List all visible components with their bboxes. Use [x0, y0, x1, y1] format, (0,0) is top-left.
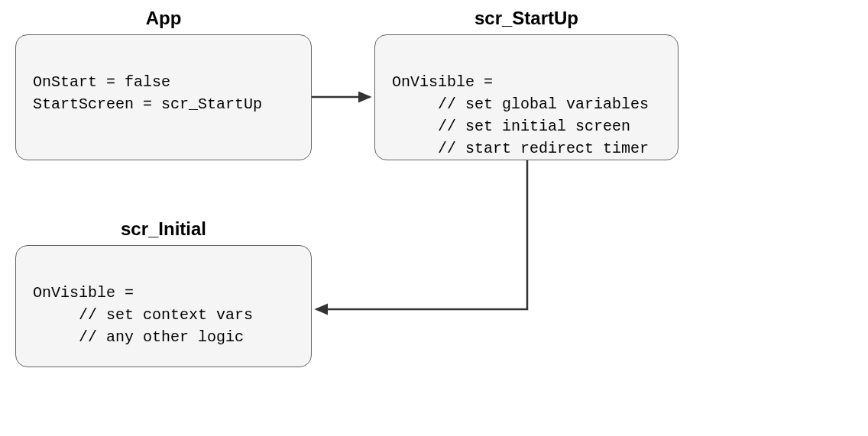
- node-startup: scr_StartUp OnVisible = // set global va…: [374, 8, 679, 160]
- node-initial: scr_Initial OnVisible = // set context v…: [15, 218, 312, 367]
- node-initial-title: scr_Initial: [15, 218, 312, 241]
- arrow-startup-to-initial: [316, 160, 527, 309]
- node-app-title: App: [15, 8, 312, 30]
- node-startup-code: OnVisible = // set global variables // s…: [392, 49, 661, 182]
- node-app-box: OnStart = false StartScreen = scr_StartU…: [15, 34, 312, 160]
- node-initial-code: OnVisible = // set context vars // any o…: [33, 260, 294, 370]
- node-startup-title: scr_StartUp: [374, 8, 679, 30]
- node-app-code: OnStart = false StartScreen = scr_StartU…: [33, 49, 294, 137]
- node-initial-box: OnVisible = // set context vars // any o…: [15, 245, 312, 367]
- diagram-canvas: App OnStart = false StartScreen = scr_St…: [0, 0, 868, 436]
- node-startup-box: OnVisible = // set global variables // s…: [374, 34, 679, 160]
- node-app: App OnStart = false StartScreen = scr_St…: [15, 8, 312, 160]
